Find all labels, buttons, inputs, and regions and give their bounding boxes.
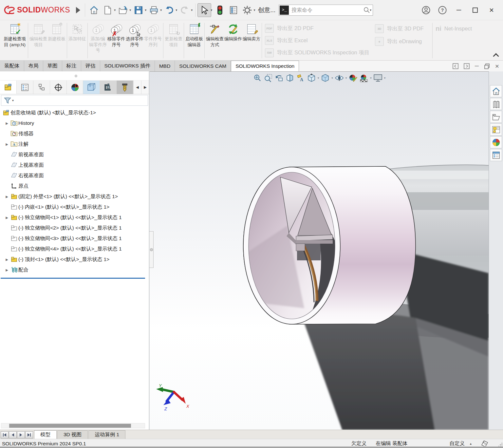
options-dropdown[interactable]: ▾ xyxy=(253,8,255,12)
inspection-manager-tab[interactable] xyxy=(100,81,117,94)
view-palette-button[interactable] xyxy=(490,123,502,136)
tree-item-history[interactable]: ▶ History xyxy=(0,118,146,128)
tree-item-component[interactable]: ▶ (-) 顶封<1> (默认) <<默认>_显示状态 1> xyxy=(0,254,146,265)
file-explorer-button[interactable] xyxy=(490,111,502,123)
appearances-scenes-button[interactable] xyxy=(490,136,502,148)
search-dropdown[interactable]: ▾ xyxy=(370,8,371,12)
zoom-to-fit-button[interactable] xyxy=(252,73,262,83)
tree-item-sensors[interactable]: 传感器 xyxy=(0,128,146,139)
graphics-viewport[interactable]: A ▾ ▾ ▾ ▾ ▾ Y xyxy=(150,71,489,430)
tree-item-mates[interactable]: ▶ 配合 xyxy=(0,265,146,275)
previous-pane-icon[interactable] xyxy=(453,63,458,69)
tab-sketch[interactable]: 草图 xyxy=(43,61,62,71)
redo-button[interactable] xyxy=(178,3,192,17)
tab-addins[interactable]: SOLIDWORKS 插件 xyxy=(100,61,155,71)
export-edrawing-button[interactable]: e 导出 eDrawing xyxy=(375,35,429,48)
add-edit-balloon-button[interactable]: 1 添加/编辑零件序号 xyxy=(89,22,107,60)
tab-scroll-right-button[interactable]: ▶ xyxy=(141,81,149,94)
tree-item-top-plane[interactable]: 上视基准面 xyxy=(0,160,146,170)
hide-show-items-dropdown[interactable]: ▾ xyxy=(345,76,347,80)
edit-operation-button[interactable]: 编辑操作 xyxy=(224,22,242,60)
splitter-dot[interactable] xyxy=(75,75,77,77)
tab-assembly[interactable]: 装配体 xyxy=(0,61,24,71)
expand-arrow-icon[interactable]: ▶ xyxy=(4,195,10,198)
cam-tool-tab[interactable] xyxy=(117,81,133,94)
3d-views-tab[interactable]: 3D 视图 xyxy=(57,430,88,439)
scrollbar-thumb[interactable] xyxy=(9,424,131,428)
print-dropdown[interactable]: ▾ xyxy=(160,8,162,12)
search-icon[interactable] xyxy=(363,7,370,14)
tree-item-component[interactable]: (-) 独立储物间<3> (默认) <<默认>_显示状态 1 xyxy=(0,233,146,244)
expand-arrow-icon[interactable]: ▶ xyxy=(4,216,10,219)
configuration-manager-tab[interactable] xyxy=(33,81,50,94)
expand-arrow-icon[interactable]: ▶ xyxy=(4,121,10,125)
task-list-button[interactable] xyxy=(227,3,240,17)
ribbon-collapse-button[interactable] xyxy=(493,52,498,58)
help-button[interactable]: ? xyxy=(436,3,449,17)
select-tool-button[interactable] xyxy=(197,3,211,17)
options-button[interactable] xyxy=(240,3,254,17)
edit-inspection-method-button[interactable]: 编辑检查方式 xyxy=(206,22,224,60)
command-search[interactable]: >_ ▾ xyxy=(279,5,373,16)
tree-item-component[interactable]: (-) 内嵌<1> (默认) <<默认>_显示状态 1> xyxy=(0,202,146,212)
solidworks-resources-button[interactable] xyxy=(490,85,502,97)
unit-system-label[interactable]: 自定义 xyxy=(450,440,465,447)
apply-scene-dropdown[interactable]: ▾ xyxy=(370,76,372,80)
tree-item-right-plane[interactable]: 右视基准面 xyxy=(0,170,146,181)
expand-arrow-icon[interactable]: ▶ xyxy=(4,268,10,272)
search-input[interactable] xyxy=(291,7,363,13)
rollback-bar[interactable] xyxy=(1,278,145,279)
filter-dropdown[interactable]: ▾ xyxy=(12,99,14,102)
view-orientation-dropdown[interactable]: ▾ xyxy=(318,76,319,80)
redo-dropdown[interactable]: ▾ xyxy=(191,8,193,12)
tab-layout[interactable]: 布局 xyxy=(24,61,43,71)
next-pane-icon[interactable] xyxy=(464,63,470,69)
new-document-dropdown[interactable]: ▾ xyxy=(114,8,116,12)
design-library-button[interactable] xyxy=(490,98,502,110)
panel-top-splitter[interactable] xyxy=(0,71,149,81)
new-template-button[interactable]: ⚙✶ 新建模板 xyxy=(47,22,66,60)
account-button[interactable] xyxy=(419,3,433,17)
minimize-button[interactable]: ─ xyxy=(452,3,466,17)
tree-item-front-plane[interactable]: 前视基准面 xyxy=(0,149,146,160)
launch-template-editor-button[interactable]: ➥ 启动模板编辑器 xyxy=(185,22,203,60)
view-orientation-button[interactable] xyxy=(307,73,316,83)
display-manager-tab[interactable] xyxy=(67,81,84,94)
net-inspect-button[interactable]: ni Net-Inspect xyxy=(436,22,472,35)
doc-close-button[interactable]: × xyxy=(495,62,499,70)
display-style-button[interactable] xyxy=(320,73,330,83)
hide-show-annotations-button[interactable]: A xyxy=(296,73,306,83)
balloon-sequence-button[interactable]: 1 零件序号序列 xyxy=(144,22,162,60)
cam-feature-manager-tab[interactable] xyxy=(83,81,100,94)
export-excel-button[interactable]: XLS 导出至 Excel xyxy=(265,34,371,47)
previous-view-button[interactable] xyxy=(274,73,284,83)
view-settings-dropdown[interactable]: ▾ xyxy=(384,76,386,80)
remove-balloon-button[interactable]: 1✗ 移除零件序号 xyxy=(107,22,125,60)
tree-item-component[interactable]: (-) 独立储物间<2> (默认) <<默认>_显示状态 1 xyxy=(0,223,146,233)
open-button[interactable] xyxy=(116,3,130,17)
unit-system-dropdown[interactable]: ▲ xyxy=(469,442,472,445)
tab-markup[interactable]: 标注 xyxy=(62,61,81,71)
tab-scroll-left-button[interactable]: ◀ xyxy=(133,81,141,94)
dimxpert-manager-tab[interactable] xyxy=(50,81,67,94)
update-inspection-project-button[interactable]: ↻ 更新检查项目 xyxy=(164,22,183,60)
save-button[interactable] xyxy=(132,3,145,17)
doc-minimize-button[interactable]: ─ xyxy=(475,63,479,69)
export-inspection-project-button[interactable]: SW 导出至 SOLIDWORKS Inspection 项目 xyxy=(265,47,371,59)
export-3d-pdf-button[interactable]: 3D 导出至 3D PDF xyxy=(375,22,429,35)
maximize-button[interactable] xyxy=(468,3,482,17)
next-tab-button[interactable] xyxy=(17,431,25,439)
last-tab-button[interactable] xyxy=(25,431,33,439)
zoom-to-area-button[interactable] xyxy=(263,73,273,83)
new-inspection-project-button[interactable]: ✓✶ 新建检查项目 (amp;N) xyxy=(3,22,27,60)
edit-appearance-button[interactable] xyxy=(348,73,358,83)
display-style-dropdown[interactable]: ▾ xyxy=(331,76,333,80)
motion-study-tab[interactable]: 运动算例 1 xyxy=(88,430,125,439)
expand-arrow-icon[interactable]: ▶ xyxy=(4,142,10,146)
previous-tab-button[interactable] xyxy=(9,431,17,439)
close-button[interactable]: × xyxy=(485,3,498,17)
new-document-button[interactable] xyxy=(101,3,115,17)
tree-item-component[interactable]: ▶ (-) 独立储物间<1> (默认) <<默认>_显示状态 1 xyxy=(0,212,146,223)
undo-dropdown[interactable]: ▾ xyxy=(176,8,177,12)
view-settings-button[interactable] xyxy=(373,73,383,83)
